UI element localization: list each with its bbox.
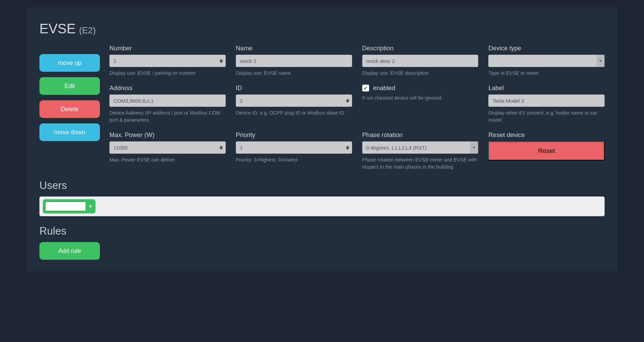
field-device-type: Device type Type of EVSE or meter xyxy=(488,45,605,77)
evse-card: EVSE (E2) move up Edit Delete move down … xyxy=(27,7,617,271)
field-phase-rotation: Phase rotation Phase rotation between EV… xyxy=(362,131,478,171)
add-rule-button[interactable]: Add rule xyxy=(39,242,100,260)
spinner-icon[interactable] xyxy=(218,143,224,152)
field-priority: Priority Priority: 3=highest, 0=lowest xyxy=(236,131,352,171)
users-title: Users xyxy=(39,179,605,192)
label-device-type: Device type xyxy=(488,45,605,52)
help-id: Device ID, e.g. OCPP plug ID or Modbus s… xyxy=(236,109,352,117)
help-priority: Priority: 3=highest, 0=lowest xyxy=(236,156,352,164)
user-add-input[interactable] xyxy=(45,201,86,211)
label-id: ID xyxy=(236,84,352,92)
priority-input-wrap xyxy=(236,141,352,154)
field-reset: Reset device Reset xyxy=(488,131,605,171)
label-label: Label xyxy=(488,84,605,92)
label-number: Number xyxy=(109,45,226,52)
help-enabled: If not checked device will be ignored xyxy=(362,95,478,102)
field-max-power: Max. Power (W) Max. Power EVSE can deliv… xyxy=(109,131,226,171)
plus-icon[interactable]: + xyxy=(88,203,93,210)
help-address: Device Address (IP address / port or Mod… xyxy=(109,109,226,124)
phase-rotation-select-wrap xyxy=(362,141,478,154)
user-add-widget: + xyxy=(43,199,95,213)
number-input-wrap xyxy=(109,55,226,67)
field-number: Number Display use: EVSE / parking lot n… xyxy=(109,45,226,77)
enabled-checkbox[interactable]: ✓ xyxy=(362,85,369,91)
label-reset: Reset device xyxy=(488,131,605,139)
spinner-icon[interactable] xyxy=(345,143,351,152)
field-label: Label Display when EV present, e.g. hold… xyxy=(488,84,605,124)
form-grid: Number Display use: EVSE / parking lot n… xyxy=(109,45,605,171)
help-device-type: Type of EVSE or meter xyxy=(488,70,605,77)
name-input[interactable] xyxy=(236,55,352,67)
phase-rotation-select[interactable] xyxy=(362,141,478,154)
page-title: EVSE xyxy=(39,21,76,36)
reset-button[interactable]: Reset xyxy=(488,141,605,160)
label-max-power: Max. Power (W) xyxy=(109,131,226,139)
field-address: Address Device Address (IP address / por… xyxy=(109,84,226,124)
edit-button[interactable]: Edit xyxy=(39,77,100,95)
move-up-button[interactable]: move up xyxy=(39,54,100,72)
help-phase-rotation: Phase rotation between EVSE-meter and EV… xyxy=(362,156,478,171)
help-label: Display when EV present, e.g. holder nam… xyxy=(488,109,605,124)
help-description: Display use: EVSE description xyxy=(362,70,478,77)
sidebar: move up Edit Delete move down xyxy=(39,45,100,171)
field-enabled: ✓ enabled If not checked device will be … xyxy=(362,84,478,124)
spinner-icon[interactable] xyxy=(218,56,224,66)
enabled-checkbox-row[interactable]: ✓ enabled xyxy=(362,84,478,92)
device-type-select-wrap xyxy=(488,55,605,67)
label-enabled: enabled xyxy=(373,84,396,92)
max-power-input-wrap xyxy=(109,141,226,154)
priority-input[interactable] xyxy=(236,141,352,154)
label-priority: Priority xyxy=(236,131,352,139)
label-address: Address xyxy=(109,84,226,92)
move-down-button[interactable]: move down xyxy=(39,123,100,141)
number-input[interactable] xyxy=(109,55,226,67)
help-max-power: Max. Power EVSE can deliver xyxy=(109,156,226,164)
header: EVSE (E2) xyxy=(39,21,605,36)
label-phase-rotation: Phase rotation xyxy=(362,131,478,139)
id-input[interactable] xyxy=(236,95,352,107)
max-power-input[interactable] xyxy=(109,141,226,154)
check-icon: ✓ xyxy=(364,85,368,91)
field-name: Name Display use: EVSE name xyxy=(236,45,352,77)
field-id: ID Device ID, e.g. OCPP plug ID or Modbu… xyxy=(236,84,352,124)
label-name: Name xyxy=(236,45,352,52)
rules-title: Rules xyxy=(39,225,605,237)
page-subtitle: (E2) xyxy=(79,25,96,36)
chevron-down-icon[interactable] xyxy=(596,55,605,67)
users-bar: + xyxy=(39,196,605,216)
device-type-select[interactable] xyxy=(488,55,605,67)
delete-button[interactable]: Delete xyxy=(39,100,100,118)
help-name: Display use: EVSE name xyxy=(236,70,352,77)
id-input-wrap xyxy=(236,95,352,107)
spinner-icon[interactable] xyxy=(345,96,351,105)
address-input[interactable] xyxy=(109,95,226,107)
label-input[interactable] xyxy=(488,95,605,107)
help-number: Display use: EVSE / parking lot number xyxy=(109,70,226,77)
main-layout: move up Edit Delete move down Number Dis… xyxy=(39,45,605,171)
description-input[interactable] xyxy=(362,55,478,67)
chevron-down-icon[interactable] xyxy=(470,141,478,154)
field-description: Description Display use: EVSE descriptio… xyxy=(362,45,478,77)
label-description: Description xyxy=(362,45,478,52)
